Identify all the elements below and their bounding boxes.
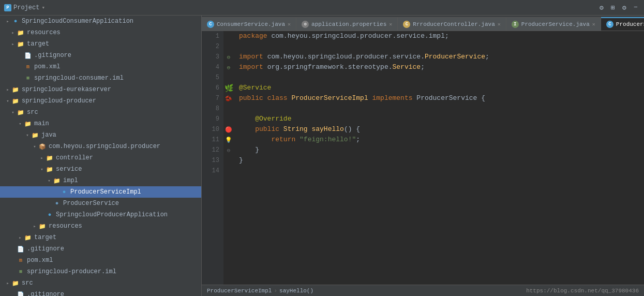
arrow-icon: ▾	[9, 110, 17, 115]
iml-icon: ■	[17, 268, 25, 276]
list-item[interactable]: ▾ 📁 impl	[0, 175, 201, 186]
list-item[interactable]: ▸ 📁 resources	[0, 220, 201, 232]
arrow-icon	[17, 76, 24, 81]
tab-close-button[interactable]: ✕	[389, 21, 392, 27]
list-item[interactable]: m pom.xml	[0, 255, 201, 266]
layout-icon[interactable]: ⊞	[609, 4, 617, 12]
arrow-icon: ▸	[38, 155, 46, 161]
item-label: target	[27, 40, 49, 48]
folder-icon: 📁	[46, 154, 54, 162]
item-label: resources	[49, 223, 82, 230]
editor-tabs: C ConsumerService.java ✕ ⚙ application.p…	[202, 16, 644, 31]
list-item[interactable]: ● SpringcloudProducerApplication	[0, 209, 201, 220]
list-item[interactable]: ▾ 📁 service	[0, 164, 201, 175]
code-content[interactable]: package com.heyou.springcloud.producer.s…	[234, 31, 644, 285]
tab-icon: C	[403, 21, 410, 28]
arrow-icon	[9, 292, 17, 296]
bulb-icon: 💡	[225, 137, 232, 143]
item-label: ProducerService	[63, 200, 119, 207]
minimize-icon[interactable]: −	[632, 4, 640, 12]
item-label: impl	[63, 177, 78, 184]
class-icon-img: ●	[60, 188, 68, 196]
tab-application-properties[interactable]: ⚙ application.properties ✕	[296, 17, 398, 31]
list-item[interactable]: ▸ 📁 resources	[0, 27, 201, 38]
list-item[interactable]: ● ProducerService	[0, 198, 201, 209]
folder-icon: 📁	[38, 222, 47, 230]
tab-label: application.properties	[311, 21, 386, 27]
list-item[interactable]: m pom.xml	[0, 61, 201, 72]
arrow-icon: ▾	[4, 98, 11, 104]
tab-icon: C	[606, 21, 613, 28]
breadcrumb-separator: ›	[274, 288, 277, 294]
folder-icon: 📁	[11, 97, 20, 105]
list-item[interactable]: ▸ 📁 controller	[0, 152, 201, 164]
tab-close-button[interactable]: ✕	[498, 21, 501, 27]
main-area: ▸ ● SpringcloudConsumerApplication ▸ 📁 r…	[0, 16, 644, 296]
folder-icon: 📁	[17, 28, 25, 37]
folder-icon: 📁	[11, 85, 20, 94]
arrow-icon	[38, 212, 46, 217]
list-item[interactable]: ▸ 📁 target	[0, 232, 201, 243]
item-label: .gitignore	[27, 245, 64, 253]
file-icon: 📄	[17, 290, 25, 296]
item-label: .gitignore	[34, 52, 71, 59]
interface-icon: ●	[53, 199, 61, 208]
tab-producer-service-impl[interactable]: C ProducerServiceImpl ✕	[601, 17, 644, 31]
arrow-icon: ▾	[17, 121, 24, 127]
list-item[interactable]: ▾ 📁 springcloud-producer	[0, 95, 201, 107]
arrow-icon	[9, 246, 17, 251]
top-bar: P Project ▾ ⚙ ⊞ ⚙ −	[0, 0, 644, 16]
folder-icon: 📁	[24, 233, 32, 242]
file-icon: 📄	[17, 245, 25, 253]
list-item[interactable]: ■ springcloud-producer.iml	[0, 266, 201, 277]
leaf-icon: 🌿	[224, 84, 233, 93]
settings-icon[interactable]: ⚙	[620, 4, 628, 12]
item-label: com.heyou.springcloud.producer	[49, 143, 160, 150]
item-label: java	[41, 131, 56, 139]
folder-icon: 📁	[17, 108, 25, 116]
tab-label: RrroducerController.java	[413, 21, 495, 27]
list-item[interactable]: ▾ 📁 main	[0, 118, 201, 129]
class-icon-img: ●	[11, 17, 20, 25]
breadcrumb-class: ProducerServiceImpl	[207, 288, 272, 294]
list-item[interactable]: ▸ 📁 springcloud-eurekaserver	[0, 84, 201, 95]
folder-icon: 📁	[24, 120, 32, 128]
tab-label: ProducerService.java	[521, 21, 590, 27]
list-item[interactable]: ▸ 📁 target	[0, 38, 201, 50]
arrow-icon: ▸	[9, 41, 17, 47]
breadcrumb: ProducerServiceImpl › sayHello()	[207, 288, 313, 294]
tab-producer-service[interactable]: I ProducerService.java ✕	[506, 17, 601, 31]
arrow-icon: ▸	[17, 235, 24, 241]
item-label: service	[56, 166, 82, 173]
list-item[interactable]: ▾ 📁 src	[0, 107, 201, 118]
list-item[interactable]: ▸ 📁 src	[0, 277, 201, 289]
gutter-icons: ⊖ ⊖ 🌿 🫘 🔴 💡 ⊖	[223, 31, 234, 285]
tab-consumer-service[interactable]: C ConsumerService.java ✕	[202, 17, 296, 31]
folder-icon: 📁	[31, 131, 39, 139]
package-icon: 📦	[38, 142, 47, 151]
project-dropdown-icon[interactable]: ▾	[41, 4, 45, 11]
sync-icon[interactable]: ⚙	[597, 4, 606, 12]
tab-close-button[interactable]: ✕	[592, 21, 595, 27]
item-label: main	[34, 120, 49, 127]
tab-label: ProducerServiceImpl	[616, 21, 644, 27]
tab-rroducer-controller[interactable]: C RrroducerController.java ✕	[398, 17, 506, 31]
list-item[interactable]: 📄 .gitignore	[0, 289, 201, 296]
class-icon-img: ●	[46, 211, 54, 219]
override-icon: 🔴	[225, 126, 232, 133]
list-item[interactable]: 📄 .gitignore	[0, 50, 201, 61]
tab-icon: ⚙	[302, 21, 309, 28]
bean-icon: 🫘	[225, 95, 232, 102]
arrow-icon	[17, 53, 24, 58]
list-item[interactable]: ▾ 📁 java	[0, 129, 201, 141]
list-item[interactable]: ■ springcloud-consumer.iml	[0, 72, 201, 84]
top-bar-actions: ⚙ ⊞ ⚙ −	[597, 4, 644, 12]
list-item[interactable]: ▾ 📦 com.heyou.springcloud.producer	[0, 141, 201, 152]
folder-icon: 📁	[17, 40, 25, 48]
arrow-icon: ▾	[31, 144, 38, 150]
list-item[interactable]: ● ProducerServiceImpl	[0, 186, 201, 198]
code-editor: 1 2 3 4 5 6 7 8 9 10 11 12 13 14 ⊖ ⊖	[202, 31, 644, 285]
tab-close-button[interactable]: ✕	[288, 21, 291, 27]
list-item[interactable]: ▸ ● SpringcloudConsumerApplication	[0, 16, 201, 27]
list-item[interactable]: 📄 .gitignore	[0, 243, 201, 255]
